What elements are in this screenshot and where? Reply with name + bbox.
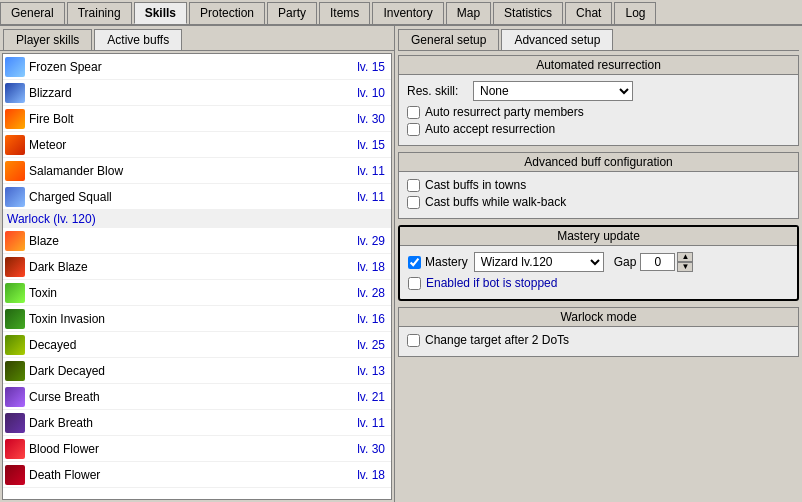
auto-res-checkbox[interactable] xyxy=(407,123,420,136)
skill-level: lv. 15 xyxy=(350,60,385,74)
top-tab-inventory[interactable]: Inventory xyxy=(372,2,443,24)
skill-row[interactable]: Frozen Spearlv. 15 xyxy=(3,54,391,80)
adv-buff-checkbox[interactable] xyxy=(407,179,420,192)
skill-level: lv. 11 xyxy=(350,416,385,430)
skill-name: Frozen Spear xyxy=(29,60,350,74)
warlock-mode-title: Warlock mode xyxy=(399,308,798,327)
skill-row[interactable]: Fire Boltlv. 30 xyxy=(3,106,391,132)
mastery-checkbox[interactable] xyxy=(408,256,421,269)
advanced-buff-title: Advanced buff configuration xyxy=(399,153,798,172)
skill-row[interactable]: Dark Decayedlv. 13 xyxy=(3,358,391,384)
auto-res-checkbox-label: Auto accept resurrection xyxy=(425,122,555,136)
skill-icon xyxy=(5,135,25,155)
top-tab-log[interactable]: Log xyxy=(614,2,656,24)
warlock-mode-checkbox-label: Change target after 2 DoTs xyxy=(425,333,569,347)
skill-name: Toxin xyxy=(29,286,350,300)
skill-row[interactable]: Meteorlv. 15 xyxy=(3,132,391,158)
skill-row[interactable]: Charged Squalllv. 11 xyxy=(3,184,391,210)
res-skill-row: Res. skill: None xyxy=(407,81,790,101)
skill-name: Salamander Blow xyxy=(29,164,350,178)
skill-row[interactable]: Dark Breathlv. 11 xyxy=(3,410,391,436)
skill-level: lv. 30 xyxy=(350,112,385,126)
skill-icon xyxy=(5,361,25,381)
top-tab-party[interactable]: Party xyxy=(267,2,317,24)
top-tab-chat[interactable]: Chat xyxy=(565,2,612,24)
skill-level: lv. 15 xyxy=(350,138,385,152)
skill-level: lv. 28 xyxy=(350,286,385,300)
left-sub-tabs: Player skillsActive buffs xyxy=(0,26,394,51)
skill-level: lv. 18 xyxy=(350,468,385,482)
skill-icon xyxy=(5,465,25,485)
mastery-update-section: Mastery update Mastery Wizard lv.120None… xyxy=(398,225,799,301)
left-sub-tab-active-buffs[interactable]: Active buffs xyxy=(94,29,182,50)
skill-name: Decayed xyxy=(29,338,350,352)
top-tab-skills[interactable]: Skills xyxy=(134,2,187,24)
skill-icon xyxy=(5,83,25,103)
adv-buff-checkbox-row: Cast buffs while walk-back xyxy=(407,195,790,209)
res-skill-dropdown[interactable]: None xyxy=(473,81,633,101)
skill-icon xyxy=(5,413,25,433)
skill-level: lv. 21 xyxy=(350,390,385,404)
skill-name: Dark Breath xyxy=(29,416,350,430)
skill-row[interactable]: Blizzardlv. 10 xyxy=(3,80,391,106)
skill-icon xyxy=(5,387,25,407)
enabled-if-stopped-label: Enabled if bot is stopped xyxy=(426,276,557,290)
skill-level: lv. 30 xyxy=(350,442,385,456)
skill-row[interactable]: Death Flowerlv. 18 xyxy=(3,462,391,488)
skill-level: lv. 11 xyxy=(350,164,385,178)
adv-buff-checkbox[interactable] xyxy=(407,196,420,209)
adv-buff-checkbox-row: Cast buffs in towns xyxy=(407,178,790,192)
right-panel: General setupAdvanced setup Automated re… xyxy=(395,26,802,502)
skill-row[interactable]: Blazelv. 29 xyxy=(3,228,391,254)
skill-name: Blizzard xyxy=(29,86,350,100)
skill-icon xyxy=(5,57,25,77)
top-tab-items[interactable]: Items xyxy=(319,2,370,24)
top-tab-general[interactable]: General xyxy=(0,2,65,24)
skill-icon xyxy=(5,335,25,355)
skill-row[interactable]: Curse Breathlv. 21 xyxy=(3,384,391,410)
skill-name: Blood Flower xyxy=(29,442,350,456)
skill-level: lv. 16 xyxy=(350,312,385,326)
skill-row[interactable]: Dark Blazelv. 18 xyxy=(3,254,391,280)
top-tab-statistics[interactable]: Statistics xyxy=(493,2,563,24)
skill-row[interactable]: Salamander Blowlv. 11 xyxy=(3,158,391,184)
skill-icon xyxy=(5,439,25,459)
skill-name: Dark Decayed xyxy=(29,364,350,378)
auto-res-checkbox-row: Auto resurrect party members xyxy=(407,105,790,119)
skill-row[interactable]: Toxin Invasionlv. 16 xyxy=(3,306,391,332)
top-tab-protection[interactable]: Protection xyxy=(189,2,265,24)
skill-icon xyxy=(5,187,25,207)
auto-res-checkbox[interactable] xyxy=(407,106,420,119)
skill-name: Death Flower xyxy=(29,468,350,482)
skill-icon xyxy=(5,257,25,277)
right-sub-tab-advanced-setup[interactable]: Advanced setup xyxy=(501,29,613,50)
automated-resurrection-title: Automated resurrection xyxy=(399,56,798,75)
skill-name: Fire Bolt xyxy=(29,112,350,126)
skill-level: lv. 18 xyxy=(350,260,385,274)
skill-row[interactable]: Toxinlv. 28 xyxy=(3,280,391,306)
warlock-mode-checkbox-row: Change target after 2 DoTs xyxy=(407,333,790,347)
skill-row[interactable]: Decayedlv. 25 xyxy=(3,332,391,358)
skill-icon xyxy=(5,231,25,251)
top-nav-tabs: GeneralTrainingSkillsProtectionPartyItem… xyxy=(0,0,802,26)
skill-name: Toxin Invasion xyxy=(29,312,350,326)
left-sub-tab-player-skills[interactable]: Player skills xyxy=(3,29,92,50)
right-sub-tab-general-setup[interactable]: General setup xyxy=(398,29,499,50)
gap-input[interactable] xyxy=(640,253,675,271)
warlock-mode-checkbox[interactable] xyxy=(407,334,420,347)
res-skill-label: Res. skill: xyxy=(407,84,467,98)
top-tab-map[interactable]: Map xyxy=(446,2,491,24)
enabled-if-stopped-checkbox[interactable] xyxy=(408,277,421,290)
skill-level: lv. 13 xyxy=(350,364,385,378)
mastery-update-title: Mastery update xyxy=(400,227,797,246)
gap-down-button[interactable]: ▼ xyxy=(677,262,693,272)
gap-up-button[interactable]: ▲ xyxy=(677,252,693,262)
skill-row[interactable]: Blood Flowerlv. 30 xyxy=(3,436,391,462)
left-panel: Player skillsActive buffs Frozen Spearlv… xyxy=(0,26,395,502)
skill-name: Charged Squall xyxy=(29,190,350,204)
skill-name: Blaze xyxy=(29,234,350,248)
top-tab-training[interactable]: Training xyxy=(67,2,132,24)
mastery-dropdown[interactable]: Wizard lv.120None xyxy=(474,252,604,272)
advanced-buff-section: Advanced buff configuration Cast buffs i… xyxy=(398,152,799,219)
skill-name: Meteor xyxy=(29,138,350,152)
